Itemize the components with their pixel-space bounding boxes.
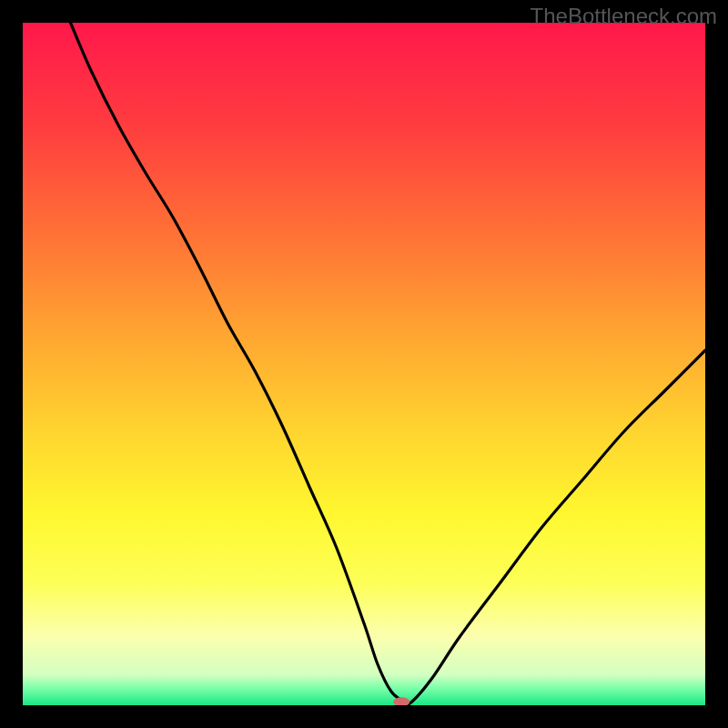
chart-svg <box>23 23 705 705</box>
chart-plot-area <box>23 23 705 705</box>
watermark-text: TheBottleneck.com <box>531 4 717 29</box>
chart-background <box>23 23 705 705</box>
